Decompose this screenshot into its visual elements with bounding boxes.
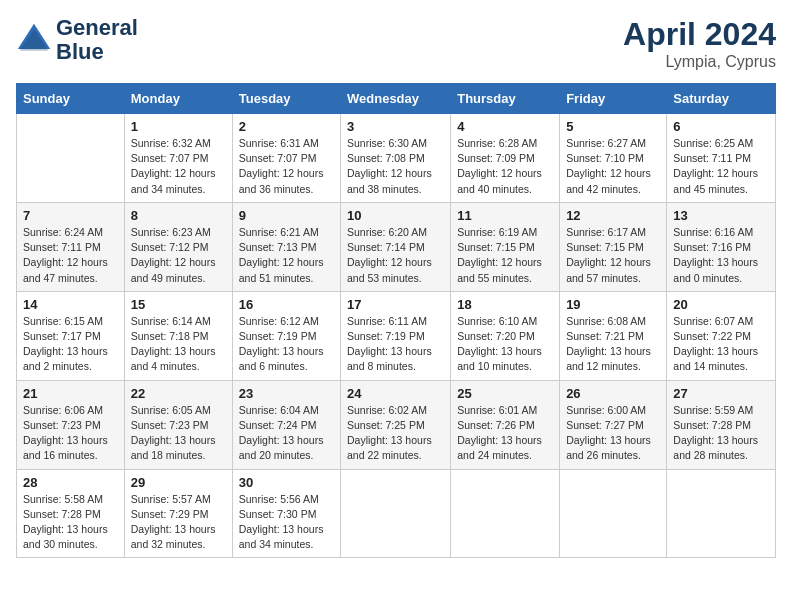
day-number: 9 [239, 208, 334, 223]
calendar-table: Sunday Monday Tuesday Wednesday Thursday… [16, 83, 776, 558]
calendar-cell: 27Sunrise: 5:59 AM Sunset: 7:28 PM Dayli… [667, 380, 776, 469]
day-info: Sunrise: 6:05 AM Sunset: 7:23 PM Dayligh… [131, 403, 226, 464]
calendar-cell [17, 114, 125, 203]
calendar-cell: 30Sunrise: 5:56 AM Sunset: 7:30 PM Dayli… [232, 469, 340, 558]
calendar-cell [560, 469, 667, 558]
day-info: Sunrise: 6:15 AM Sunset: 7:17 PM Dayligh… [23, 314, 118, 375]
day-number: 3 [347, 119, 444, 134]
day-info: Sunrise: 6:24 AM Sunset: 7:11 PM Dayligh… [23, 225, 118, 286]
day-number: 8 [131, 208, 226, 223]
calendar-cell: 6Sunrise: 6:25 AM Sunset: 7:11 PM Daylig… [667, 114, 776, 203]
calendar-cell: 9Sunrise: 6:21 AM Sunset: 7:13 PM Daylig… [232, 202, 340, 291]
page-header: General Blue April 2024 Lympia, Cyprus [16, 16, 776, 71]
calendar-cell: 1Sunrise: 6:32 AM Sunset: 7:07 PM Daylig… [124, 114, 232, 203]
calendar-cell: 10Sunrise: 6:20 AM Sunset: 7:14 PM Dayli… [341, 202, 451, 291]
day-info: Sunrise: 6:25 AM Sunset: 7:11 PM Dayligh… [673, 136, 769, 197]
day-info: Sunrise: 6:06 AM Sunset: 7:23 PM Dayligh… [23, 403, 118, 464]
day-number: 22 [131, 386, 226, 401]
logo: General Blue [16, 16, 138, 64]
day-info: Sunrise: 6:00 AM Sunset: 7:27 PM Dayligh… [566, 403, 660, 464]
day-info: Sunrise: 6:12 AM Sunset: 7:19 PM Dayligh… [239, 314, 334, 375]
calendar-cell: 19Sunrise: 6:08 AM Sunset: 7:21 PM Dayli… [560, 291, 667, 380]
calendar-cell: 23Sunrise: 6:04 AM Sunset: 7:24 PM Dayli… [232, 380, 340, 469]
col-sunday: Sunday [17, 84, 125, 114]
calendar-cell: 7Sunrise: 6:24 AM Sunset: 7:11 PM Daylig… [17, 202, 125, 291]
day-info: Sunrise: 6:32 AM Sunset: 7:07 PM Dayligh… [131, 136, 226, 197]
calendar-week-row: 28Sunrise: 5:58 AM Sunset: 7:28 PM Dayli… [17, 469, 776, 558]
calendar-cell: 26Sunrise: 6:00 AM Sunset: 7:27 PM Dayli… [560, 380, 667, 469]
calendar-cell: 16Sunrise: 6:12 AM Sunset: 7:19 PM Dayli… [232, 291, 340, 380]
calendar-header: Sunday Monday Tuesday Wednesday Thursday… [17, 84, 776, 114]
day-number: 26 [566, 386, 660, 401]
location: Lympia, Cyprus [623, 53, 776, 71]
day-info: Sunrise: 6:21 AM Sunset: 7:13 PM Dayligh… [239, 225, 334, 286]
calendar-cell [667, 469, 776, 558]
day-info: Sunrise: 6:02 AM Sunset: 7:25 PM Dayligh… [347, 403, 444, 464]
col-tuesday: Tuesday [232, 84, 340, 114]
day-info: Sunrise: 6:23 AM Sunset: 7:12 PM Dayligh… [131, 225, 226, 286]
day-info: Sunrise: 5:59 AM Sunset: 7:28 PM Dayligh… [673, 403, 769, 464]
day-info: Sunrise: 6:11 AM Sunset: 7:19 PM Dayligh… [347, 314, 444, 375]
calendar-cell: 8Sunrise: 6:23 AM Sunset: 7:12 PM Daylig… [124, 202, 232, 291]
calendar-cell: 4Sunrise: 6:28 AM Sunset: 7:09 PM Daylig… [451, 114, 560, 203]
calendar-cell: 11Sunrise: 6:19 AM Sunset: 7:15 PM Dayli… [451, 202, 560, 291]
calendar-cell: 21Sunrise: 6:06 AM Sunset: 7:23 PM Dayli… [17, 380, 125, 469]
calendar-cell: 15Sunrise: 6:14 AM Sunset: 7:18 PM Dayli… [124, 291, 232, 380]
calendar-cell [451, 469, 560, 558]
calendar-week-row: 7Sunrise: 6:24 AM Sunset: 7:11 PM Daylig… [17, 202, 776, 291]
day-number: 24 [347, 386, 444, 401]
calendar-cell: 3Sunrise: 6:30 AM Sunset: 7:08 PM Daylig… [341, 114, 451, 203]
logo-text: General Blue [56, 16, 138, 64]
day-number: 6 [673, 119, 769, 134]
day-info: Sunrise: 6:17 AM Sunset: 7:15 PM Dayligh… [566, 225, 660, 286]
day-info: Sunrise: 6:31 AM Sunset: 7:07 PM Dayligh… [239, 136, 334, 197]
day-number: 1 [131, 119, 226, 134]
calendar-cell: 2Sunrise: 6:31 AM Sunset: 7:07 PM Daylig… [232, 114, 340, 203]
day-info: Sunrise: 6:16 AM Sunset: 7:16 PM Dayligh… [673, 225, 769, 286]
day-number: 10 [347, 208, 444, 223]
calendar-cell: 20Sunrise: 6:07 AM Sunset: 7:22 PM Dayli… [667, 291, 776, 380]
calendar-cell: 22Sunrise: 6:05 AM Sunset: 7:23 PM Dayli… [124, 380, 232, 469]
logo-icon [16, 22, 52, 58]
day-number: 2 [239, 119, 334, 134]
col-monday: Monday [124, 84, 232, 114]
calendar-cell: 17Sunrise: 6:11 AM Sunset: 7:19 PM Dayli… [341, 291, 451, 380]
col-friday: Friday [560, 84, 667, 114]
day-number: 30 [239, 475, 334, 490]
day-number: 13 [673, 208, 769, 223]
day-number: 25 [457, 386, 553, 401]
day-number: 29 [131, 475, 226, 490]
day-number: 18 [457, 297, 553, 312]
calendar-cell: 24Sunrise: 6:02 AM Sunset: 7:25 PM Dayli… [341, 380, 451, 469]
col-wednesday: Wednesday [341, 84, 451, 114]
day-info: Sunrise: 6:10 AM Sunset: 7:20 PM Dayligh… [457, 314, 553, 375]
day-number: 14 [23, 297, 118, 312]
day-info: Sunrise: 6:04 AM Sunset: 7:24 PM Dayligh… [239, 403, 334, 464]
day-number: 7 [23, 208, 118, 223]
calendar-cell: 18Sunrise: 6:10 AM Sunset: 7:20 PM Dayli… [451, 291, 560, 380]
day-info: Sunrise: 6:28 AM Sunset: 7:09 PM Dayligh… [457, 136, 553, 197]
day-number: 15 [131, 297, 226, 312]
month-title: April 2024 [623, 16, 776, 53]
day-info: Sunrise: 5:58 AM Sunset: 7:28 PM Dayligh… [23, 492, 118, 553]
day-info: Sunrise: 6:01 AM Sunset: 7:26 PM Dayligh… [457, 403, 553, 464]
col-thursday: Thursday [451, 84, 560, 114]
calendar-cell: 13Sunrise: 6:16 AM Sunset: 7:16 PM Dayli… [667, 202, 776, 291]
header-row: Sunday Monday Tuesday Wednesday Thursday… [17, 84, 776, 114]
calendar-cell: 14Sunrise: 6:15 AM Sunset: 7:17 PM Dayli… [17, 291, 125, 380]
day-number: 23 [239, 386, 334, 401]
day-info: Sunrise: 6:14 AM Sunset: 7:18 PM Dayligh… [131, 314, 226, 375]
day-number: 28 [23, 475, 118, 490]
day-info: Sunrise: 5:57 AM Sunset: 7:29 PM Dayligh… [131, 492, 226, 553]
calendar-cell: 12Sunrise: 6:17 AM Sunset: 7:15 PM Dayli… [560, 202, 667, 291]
day-info: Sunrise: 5:56 AM Sunset: 7:30 PM Dayligh… [239, 492, 334, 553]
day-info: Sunrise: 6:07 AM Sunset: 7:22 PM Dayligh… [673, 314, 769, 375]
calendar-week-row: 14Sunrise: 6:15 AM Sunset: 7:17 PM Dayli… [17, 291, 776, 380]
calendar-cell: 28Sunrise: 5:58 AM Sunset: 7:28 PM Dayli… [17, 469, 125, 558]
day-info: Sunrise: 6:08 AM Sunset: 7:21 PM Dayligh… [566, 314, 660, 375]
day-number: 16 [239, 297, 334, 312]
calendar-cell: 5Sunrise: 6:27 AM Sunset: 7:10 PM Daylig… [560, 114, 667, 203]
title-area: April 2024 Lympia, Cyprus [623, 16, 776, 71]
day-number: 17 [347, 297, 444, 312]
day-number: 4 [457, 119, 553, 134]
